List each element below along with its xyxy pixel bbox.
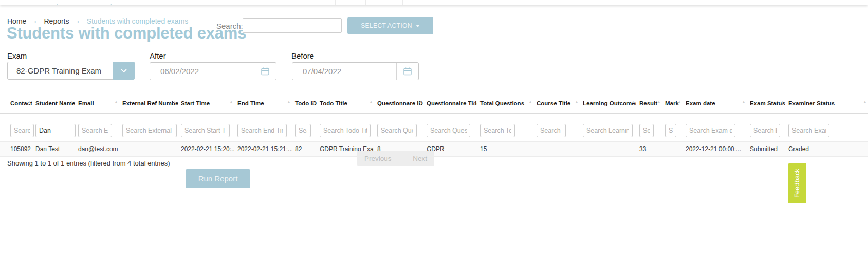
sort-icon: ▲ xyxy=(472,100,476,104)
column-header-label: Total Questions xyxy=(480,100,524,106)
nav-separator xyxy=(335,0,336,5)
calendar-icon xyxy=(402,66,413,77)
sort-icon: ▲ xyxy=(657,100,661,104)
column-header[interactable]: Exam Status▲ xyxy=(747,95,785,114)
column-header[interactable]: Questionnare ID▲ xyxy=(374,95,423,114)
table-cell xyxy=(580,142,636,157)
sort-icon: ▲ xyxy=(780,100,784,104)
exam-select[interactable]: 82-GDPR Training Exam xyxy=(7,62,135,80)
table-cell: 2022-12-21 00:00:... xyxy=(682,142,747,157)
sort-icon: ▲ xyxy=(528,100,532,104)
column-search-input[interactable] xyxy=(639,124,654,137)
column-header[interactable]: Mark▲ xyxy=(662,95,682,114)
after-calendar-button[interactable] xyxy=(254,63,276,80)
column-search-input[interactable] xyxy=(480,124,515,137)
column-search-input[interactable] xyxy=(788,124,829,137)
table-cell: 82 xyxy=(292,142,317,157)
sort-icon: ▲ xyxy=(70,100,74,104)
feedback-tab-label: Feedback xyxy=(793,169,801,198)
after-filter-label: After xyxy=(150,51,166,60)
sort-icon: ▲ xyxy=(369,100,373,104)
column-search-input[interactable] xyxy=(686,124,735,137)
column-search-input[interactable] xyxy=(237,124,287,137)
column-header-label: Result xyxy=(639,100,657,106)
column-search-input[interactable] xyxy=(377,124,417,137)
table-cell: Graded xyxy=(785,142,868,157)
column-search-input[interactable] xyxy=(181,124,230,137)
column-header[interactable]: Contact ID▲ xyxy=(0,95,32,114)
active-nav-tab[interactable] xyxy=(57,0,112,5)
table-header-spacer xyxy=(0,114,868,120)
previous-page-button[interactable]: Previous xyxy=(364,155,392,162)
table-filter-row xyxy=(0,120,868,142)
column-header[interactable]: Todo Title▲ xyxy=(317,95,374,114)
column-header[interactable]: Total Questions▲ xyxy=(477,95,533,114)
before-calendar-button[interactable] xyxy=(396,63,418,80)
column-search-input[interactable] xyxy=(78,124,112,137)
column-search-input[interactable] xyxy=(295,124,311,137)
nav-separator xyxy=(303,0,303,5)
sort-icon: ▲ xyxy=(114,100,118,104)
calendar-icon xyxy=(260,66,270,77)
column-header[interactable]: End Time▲ xyxy=(234,95,292,114)
report-table: Contact ID▲Student Name▲Email▲External R… xyxy=(0,95,868,157)
exam-filter-label: Exam xyxy=(7,51,27,60)
table-cell: 33 xyxy=(636,142,662,157)
search-label: Search: xyxy=(216,22,243,30)
sort-icon: ▲ xyxy=(863,100,867,104)
sort-icon: ▲ xyxy=(229,100,233,104)
after-date-value: 06/02/2022 xyxy=(150,67,254,76)
chevron-down-icon xyxy=(121,69,127,73)
table-cell: 2022-02-21 15:20:... xyxy=(178,142,234,157)
column-header[interactable]: Questionnaire Title▲ xyxy=(423,95,477,114)
select-chevron-button[interactable] xyxy=(113,62,135,80)
column-header-label: End Time xyxy=(237,100,264,106)
column-search-input[interactable] xyxy=(320,124,371,137)
column-header[interactable]: Email▲ xyxy=(75,95,119,114)
column-header-label: Course Title xyxy=(537,100,570,106)
feedback-tab[interactable]: Feedback xyxy=(788,163,806,203)
sort-icon: ▲ xyxy=(575,100,579,104)
column-header-label: Todo Title xyxy=(320,100,347,106)
column-header-label: External Ref Number xyxy=(122,100,178,106)
column-search-input[interactable] xyxy=(537,124,566,137)
column-header-label: Learning Outcomes xyxy=(583,100,636,106)
column-header-label: Questionnaire Title xyxy=(427,100,477,106)
column-header[interactable]: External Ref Number▲ xyxy=(119,95,178,114)
table-cell: 15 xyxy=(477,142,533,157)
sort-icon: ▲ xyxy=(27,100,31,104)
column-search-input[interactable] xyxy=(750,124,780,137)
pagination: Previous Next xyxy=(357,151,434,166)
select-action-button[interactable]: SELECT ACTION xyxy=(347,17,433,34)
column-header[interactable]: Learning Outcomes▲ xyxy=(580,95,636,114)
column-search-input[interactable] xyxy=(427,124,470,137)
column-header[interactable]: Result▲ xyxy=(636,95,662,114)
column-header-label: Examiner Status xyxy=(788,100,835,106)
table-cell xyxy=(533,142,580,157)
table-cell: dan@test.com xyxy=(75,142,119,157)
column-header[interactable]: Start Time▲ xyxy=(178,95,234,114)
column-header[interactable]: Exam date▲ xyxy=(682,95,747,114)
column-header[interactable]: Student Name▲ xyxy=(32,95,75,114)
column-search-input[interactable] xyxy=(665,124,676,137)
column-header-label: Exam date xyxy=(686,100,715,106)
table-header-row: Contact ID▲Student Name▲Email▲External R… xyxy=(0,95,868,114)
before-date-input[interactable]: 07/04/2022 xyxy=(292,62,419,80)
sort-icon: ▲ xyxy=(311,100,316,104)
run-report-button[interactable]: Run Report xyxy=(186,169,250,188)
column-search-input[interactable] xyxy=(35,124,76,137)
sort-icon: ▲ xyxy=(677,100,681,104)
column-header[interactable]: Examiner Status▲ xyxy=(785,95,868,114)
column-header-label: Email xyxy=(78,100,94,106)
after-date-input[interactable]: 06/02/2022 xyxy=(150,62,276,80)
column-search-input[interactable] xyxy=(583,124,633,137)
column-header[interactable]: Course Title▲ xyxy=(533,95,580,114)
column-header-label: Questionnare ID xyxy=(377,100,423,106)
next-page-button[interactable]: Next xyxy=(413,155,427,162)
search-input[interactable] xyxy=(243,18,342,33)
entries-summary: Showing 1 to 1 of 1 entries (filtered fr… xyxy=(7,159,170,167)
column-header[interactable]: Todo ID▲ xyxy=(292,95,317,114)
column-search-input[interactable] xyxy=(10,124,34,137)
sort-icon: ▲ xyxy=(287,100,291,104)
column-search-input[interactable] xyxy=(122,124,177,137)
